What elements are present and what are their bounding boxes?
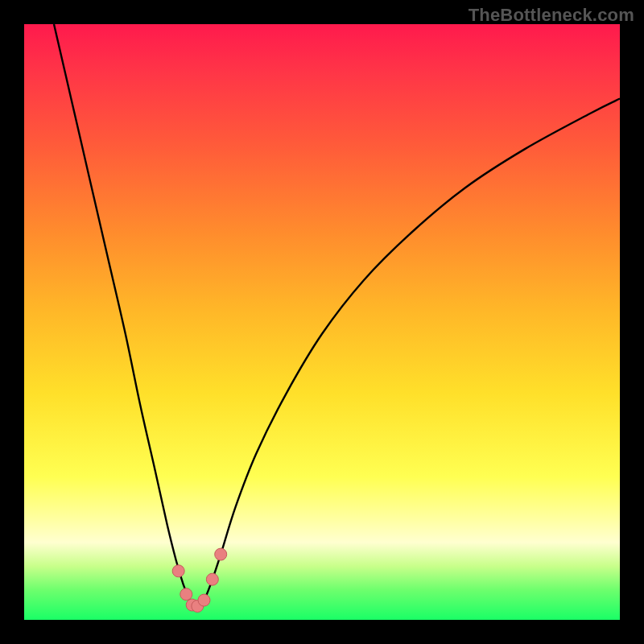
watermark-text: TheBottleneck.com xyxy=(469,5,634,26)
highlight-marker xyxy=(215,548,227,560)
bottleneck-curve-path xyxy=(54,24,620,608)
bottleneck-curve-svg xyxy=(24,24,620,620)
highlight-marker xyxy=(180,588,192,601)
highlight-marker xyxy=(198,594,210,606)
highlight-markers-group xyxy=(172,548,227,612)
highlight-marker xyxy=(172,565,184,577)
highlight-marker xyxy=(206,573,218,585)
